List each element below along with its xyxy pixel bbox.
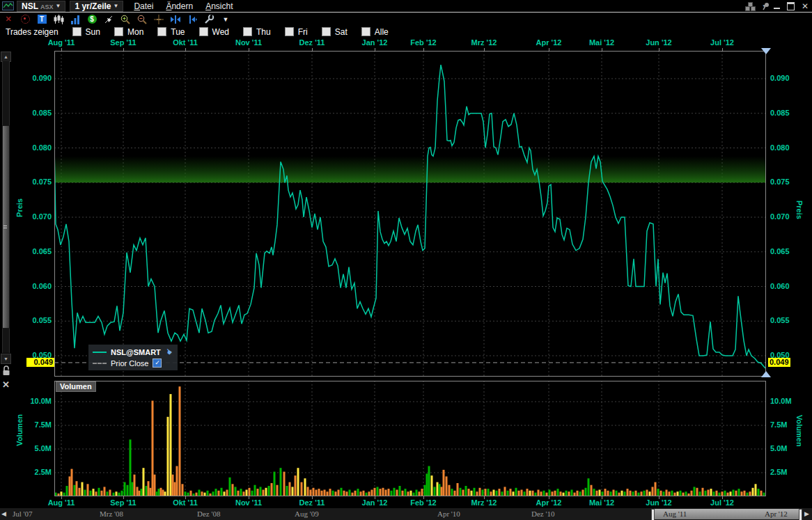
menu-item-datei[interactable]: Datei [127, 1, 159, 11]
legend-prior-close-row[interactable]: Prior Close ✓ [93, 359, 172, 368]
month-label: Feb '12 [410, 498, 436, 507]
volume-bar [416, 490, 418, 497]
volume-bar [152, 401, 154, 496]
timeline-thumb-left-grip[interactable] [651, 509, 655, 520]
axis-tick [185, 496, 186, 499]
volume-bar [446, 476, 448, 496]
scroll-up-button[interactable]: ▲ [1, 52, 11, 62]
group-windows-icon[interactable] [745, 2, 755, 10]
axis-tick [375, 496, 375, 499]
expand-bars-icon[interactable] [187, 14, 198, 25]
checkbox-alle[interactable] [361, 27, 370, 36]
close-button[interactable]: ✕ [802, 3, 809, 10]
volume-bar-chart[interactable] [54, 381, 766, 496]
price-line-chart[interactable] [54, 51, 766, 377]
volume-bar [616, 491, 618, 496]
volume-bar [454, 491, 456, 496]
volume-bar [513, 491, 515, 496]
checkbox-thu[interactable] [243, 27, 252, 36]
volume-bar [360, 491, 362, 496]
timeline-scrollbar[interactable]: ◀ ▶ Jul '07Mrz '08Dez '08Aug '09Apr '10D… [0, 507, 812, 520]
volume-bar [207, 491, 209, 496]
volume-bar [663, 491, 665, 496]
timeline-right-arrow-icon[interactable]: ▶ [804, 510, 809, 517]
checkbox-tue[interactable] [157, 27, 166, 36]
month-label: Jul '12 [710, 38, 734, 47]
checkbox-fri[interactable] [285, 27, 294, 36]
volume-bar [613, 490, 615, 497]
volume-bar [460, 488, 462, 496]
menu-item-aendern[interactable]: Ändern [159, 1, 199, 11]
price-tick-label-right: 0.055 [770, 316, 790, 324]
volume-bar [164, 491, 166, 496]
target-cursor-icon[interactable] [19, 14, 31, 25]
volume-bar [327, 491, 329, 496]
zoom-out-icon[interactable] [136, 14, 148, 25]
volume-bar [121, 491, 123, 496]
checkbox-mon[interactable] [114, 27, 123, 36]
day-filter-alle[interactable]: Alle [361, 27, 389, 37]
price-axis-title-right: Preis [795, 200, 804, 219]
settings-wrench-icon[interactable] [203, 14, 214, 25]
collapse-bars-icon[interactable] [170, 14, 181, 25]
candlestick-chart-icon[interactable] [53, 14, 64, 25]
panel-resize-handle-bottom[interactable] [761, 371, 771, 377]
price-tick-label-left: 0.090 [0, 74, 52, 82]
volume-bar [346, 491, 348, 496]
checkbox-wed[interactable] [199, 27, 208, 36]
volume-bar [624, 491, 626, 496]
minimize-button[interactable] [774, 8, 780, 9]
date-axis-bottom: Aug '11Sep '11Okt '11Nov '11Dez '11Jan '… [0, 496, 812, 508]
volume-bar [182, 484, 184, 496]
volume-bar [437, 482, 439, 496]
timeframe-dropdown[interactable]: 1 yr/Zeile ▼ [70, 1, 123, 12]
volume-bar [599, 490, 601, 497]
volume-bar [549, 490, 551, 497]
panel-resize-handle-top[interactable] [761, 48, 771, 54]
checkbox-sat[interactable] [322, 27, 331, 36]
vertical-scrollbar-thumb[interactable] [2, 125, 10, 329]
timeline-thumb-right-grip[interactable] [799, 509, 802, 520]
dollar-display-icon[interactable]: $ [86, 14, 97, 25]
checkbox-sun[interactable] [72, 27, 81, 36]
day-filter-sat[interactable]: Sat [322, 27, 348, 37]
volume-bar [134, 475, 136, 496]
delete-drawing-icon[interactable]: ✕ [3, 14, 14, 25]
menubar: NSL ASX ▼ 1 yr/Zeile ▼ Datei Ändern Ansi… [0, 0, 812, 13]
day-filter-fri[interactable]: Fri [285, 27, 308, 37]
legend-series-row[interactable]: NSL@SMART ☚ [93, 347, 172, 356]
volume-bar [419, 491, 421, 496]
trendline-tool-icon[interactable] [103, 14, 114, 25]
menu-item-ansicht[interactable]: Ansicht [199, 1, 239, 11]
price-tick-label-left: 0.075 [0, 178, 52, 186]
price-tick-label-right: 0.090 [770, 74, 790, 82]
volume-bar [380, 489, 382, 496]
volume-bar [268, 486, 270, 496]
text-annotation-icon[interactable]: T [36, 14, 47, 25]
volume-bar [588, 478, 590, 496]
month-label: Mai '12 [589, 498, 614, 507]
pin-icon[interactable]: ▼ [762, 3, 767, 8]
month-label: Mrz '12 [471, 38, 497, 47]
volume-bar [136, 487, 139, 496]
zoom-in-icon[interactable] [120, 14, 131, 25]
close-panel-icon[interactable]: ✕ [2, 379, 10, 390]
volume-bar [341, 488, 343, 496]
volume-bar [349, 490, 351, 497]
day-filter-sun[interactable]: Sun [72, 27, 100, 37]
bar-chart-icon[interactable] [70, 14, 81, 25]
timeline-left-arrow-icon[interactable]: ◀ [1, 510, 6, 517]
prior-close-checkbox[interactable]: ✓ [153, 359, 162, 368]
day-filter-tue[interactable]: Tue [157, 27, 185, 37]
volume-tick-label-right: 5.0M [770, 444, 787, 452]
crosshair-icon[interactable] [153, 14, 164, 25]
symbol-dropdown[interactable]: NSL ASX ▼ [17, 1, 65, 12]
day-filter-thu[interactable]: Thu [243, 27, 271, 37]
maximize-button[interactable] [787, 2, 795, 10]
day-filter-wed[interactable]: Wed [199, 27, 229, 37]
more-tools-icon[interactable]: ▼ [220, 14, 231, 25]
day-filter-mon[interactable]: Mon [114, 27, 143, 37]
chevron-down-icon: ▼ [113, 3, 118, 9]
volume-bar [448, 485, 451, 496]
price-tick-label-right: 0.085 [770, 109, 790, 117]
